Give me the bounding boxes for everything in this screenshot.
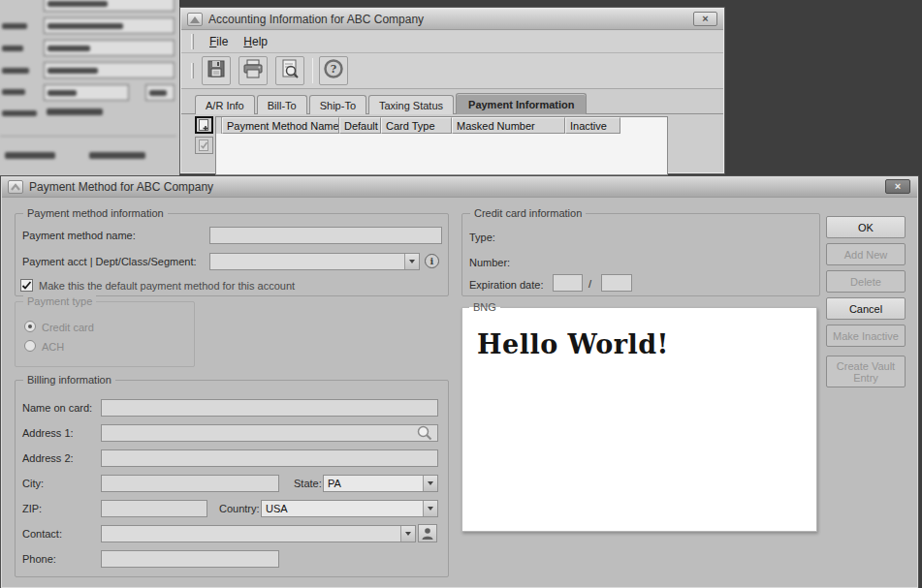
payment-acct-dropdown-arrow[interactable] bbox=[404, 254, 419, 269]
blurred-label bbox=[2, 68, 29, 74]
chevron-down-icon bbox=[428, 481, 433, 485]
add-new-button[interactable]: Add New bbox=[826, 243, 906, 265]
grid-column-card-type[interactable]: Card Type bbox=[381, 117, 452, 134]
payment-method-name-label: Payment method name: bbox=[22, 230, 136, 241]
menubar-grip bbox=[191, 34, 194, 49]
tab-taxing-status[interactable]: Taxing Status bbox=[368, 95, 454, 114]
ach-radio[interactable] bbox=[24, 340, 36, 352]
chevron-down-icon bbox=[405, 532, 411, 536]
state-dropdown-arrow[interactable] bbox=[423, 476, 437, 491]
checkmark-icon bbox=[21, 280, 32, 291]
blurred-label bbox=[2, 89, 25, 95]
zip-input[interactable] bbox=[101, 500, 207, 517]
payment-type-legend: Payment type bbox=[23, 295, 96, 307]
make-inactive-button[interactable]: Make Inactive bbox=[826, 325, 906, 347]
accounting-window-icon bbox=[187, 13, 203, 26]
blurred-field bbox=[44, 17, 175, 34]
chevron-down-icon bbox=[428, 507, 433, 511]
dialog-close-button[interactable]: × bbox=[885, 179, 910, 194]
tab-bill-to[interactable]: Bill-To bbox=[257, 95, 307, 114]
payment-acct-dropdown[interactable] bbox=[209, 253, 420, 270]
help-icon: ? bbox=[323, 58, 344, 83]
menu-help[interactable]: Help bbox=[236, 33, 275, 50]
tab-ar-info[interactable]: A/R Info bbox=[195, 95, 255, 114]
state-dropdown[interactable]: PA bbox=[323, 475, 438, 492]
name-on-card-input[interactable] bbox=[101, 399, 438, 417]
help-button[interactable]: ? bbox=[319, 56, 348, 85]
address-search-icon[interactable] bbox=[416, 424, 432, 445]
grid-column-masked-number[interactable]: Masked Number bbox=[452, 117, 565, 134]
contact-dropdown[interactable] bbox=[101, 525, 416, 542]
blurred-background-form bbox=[0, 0, 179, 175]
blurred-divider bbox=[0, 136, 176, 137]
info-icon[interactable]: i bbox=[425, 254, 439, 268]
chevron-down-icon bbox=[409, 260, 415, 263]
credit-card-radio[interactable] bbox=[24, 321, 36, 332]
tab-payment-information[interactable]: Payment Information bbox=[456, 93, 587, 114]
toolbar-grip bbox=[191, 63, 194, 78]
save-icon bbox=[206, 58, 227, 83]
blurred-field bbox=[44, 40, 175, 56]
country-value: USA bbox=[266, 503, 288, 514]
payment-acct-label: Payment acct | Dept/Class/Segment: bbox=[22, 256, 197, 267]
payment-method-name-input[interactable] bbox=[209, 227, 442, 244]
address2-label: Address 2: bbox=[22, 452, 74, 464]
default-payment-checkbox[interactable] bbox=[20, 279, 33, 292]
country-dropdown[interactable]: USA bbox=[261, 500, 438, 517]
accounting-titlebar[interactable]: Accounting Information for ABC Company × bbox=[181, 9, 723, 30]
dialog-window-icon bbox=[8, 180, 23, 194]
country-dropdown-arrow[interactable] bbox=[423, 501, 437, 516]
grid-side-buttons bbox=[195, 116, 214, 175]
default-payment-checkbox-label: Make this the default payment method for… bbox=[39, 280, 295, 292]
billing-info-legend: Billing information bbox=[23, 374, 115, 386]
card-number-label: Number: bbox=[469, 257, 510, 268]
card-type-label: Type: bbox=[469, 232, 495, 243]
accounting-toolbar: ? bbox=[181, 53, 723, 89]
expiration-year-input[interactable] bbox=[601, 274, 632, 292]
blurred-label bbox=[2, 23, 27, 29]
accounting-menubar: File Help bbox=[181, 31, 723, 53]
print-icon bbox=[241, 58, 265, 83]
contact-lookup-button[interactable] bbox=[418, 524, 437, 542]
print-button[interactable] bbox=[238, 56, 268, 85]
address1-input[interactable] bbox=[101, 424, 438, 442]
address2-input[interactable] bbox=[101, 449, 438, 467]
payment-method-dialog: Payment Method for ABC Company × Payment… bbox=[0, 175, 919, 588]
accounting-close-button[interactable]: × bbox=[693, 12, 717, 26]
phone-label: Phone: bbox=[22, 553, 56, 565]
credit-card-radio-label: Credit card bbox=[42, 322, 94, 333]
tab-ship-to[interactable]: Ship-To bbox=[309, 95, 366, 114]
create-vault-entry-button[interactable]: Create Vault Entry bbox=[826, 356, 906, 387]
print-preview-button[interactable] bbox=[275, 56, 304, 85]
blurred-field bbox=[44, 0, 175, 12]
grid-column-inactive[interactable]: Inactive bbox=[565, 117, 620, 134]
ok-button[interactable]: OK bbox=[826, 216, 906, 238]
edit-payment-method-button[interactable] bbox=[195, 137, 213, 154]
accounting-window: Accounting Information for ABC Company ×… bbox=[179, 7, 725, 174]
payment-type-group: Payment type bbox=[15, 301, 195, 367]
credit-card-info-legend: Credit card information bbox=[470, 207, 586, 219]
phone-input[interactable] bbox=[101, 550, 279, 568]
state-value: PA bbox=[328, 478, 341, 489]
payment-methods-grid[interactable]: Payment Method Name Default Card Type Ma… bbox=[215, 116, 668, 175]
city-input[interactable] bbox=[101, 475, 279, 492]
grid-column-default[interactable]: Default bbox=[339, 117, 381, 134]
hello-world-message: Hello World! bbox=[477, 329, 669, 359]
country-label: Country: bbox=[219, 503, 260, 514]
blurred-link bbox=[5, 152, 55, 159]
bng-legend: BNG bbox=[469, 301, 500, 313]
state-label: State: bbox=[294, 478, 322, 489]
contact-label: Contact: bbox=[22, 528, 62, 540]
expiration-month-input[interactable] bbox=[553, 274, 583, 292]
delete-button[interactable]: Delete bbox=[826, 270, 906, 293]
contact-dropdown-arrow[interactable] bbox=[400, 526, 415, 542]
dialog-titlebar[interactable]: Payment Method for ABC Company bbox=[2, 177, 917, 198]
grid-column-payment-method-name[interactable]: Payment Method Name bbox=[222, 117, 339, 134]
blurred-text bbox=[47, 108, 103, 115]
save-button[interactable] bbox=[202, 56, 231, 85]
expiration-separator: / bbox=[588, 278, 591, 290]
add-payment-method-button[interactable] bbox=[195, 116, 213, 134]
menu-file[interactable]: File bbox=[202, 33, 236, 50]
blurred-label bbox=[2, 46, 23, 51]
cancel-button[interactable]: Cancel bbox=[826, 297, 906, 320]
